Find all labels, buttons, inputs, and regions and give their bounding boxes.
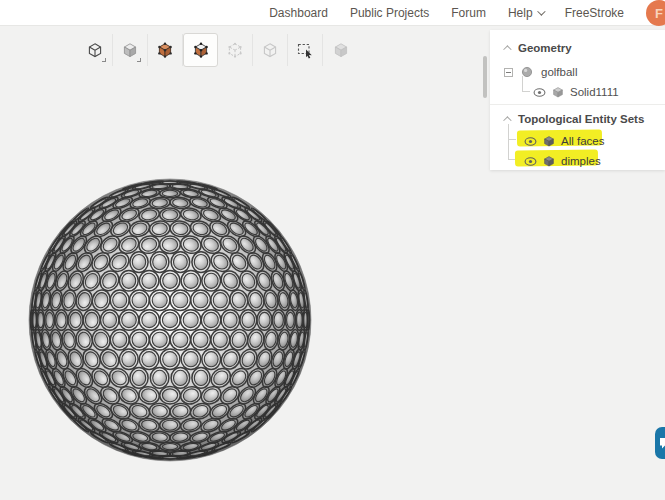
tree-section-topological-entity-sets[interactable]: Topological Entity Sets (490, 109, 665, 129)
toolbar-select-vertices-button[interactable] (253, 34, 288, 66)
nav-help-label: Help (508, 6, 533, 20)
viewport-toolbar (78, 33, 358, 67)
orange-cube-faces-selected-icon (191, 40, 211, 60)
collapse-minus-toggle[interactable] (504, 68, 513, 77)
all-faces-label: All faces (561, 135, 604, 147)
tree-item-solid1111[interactable]: Solid1111 (490, 82, 665, 102)
collapse-chevron-icon[interactable] (503, 45, 511, 53)
disabled-cube-icon (331, 40, 351, 60)
solid-cube-icon (552, 86, 564, 98)
nav-freestroke[interactable]: FreeStroke (565, 6, 624, 20)
shaded-cube-icon (120, 40, 140, 60)
support-chat-button[interactable] (655, 427, 665, 459)
nav-dashboard[interactable]: Dashboard (269, 6, 328, 20)
chevron-down-icon (537, 7, 545, 15)
nav-forum[interactable]: Forum (451, 6, 486, 20)
dropdown-corner-icon (102, 58, 106, 62)
user-avatar[interactable]: F (646, 0, 665, 26)
light-cube-outline-icon (260, 40, 280, 60)
tree-item-dimples[interactable]: dimples (490, 151, 665, 171)
top-nav: Dashboard Public Projects Forum Help Fre… (269, 0, 665, 26)
topological-section-title: Topological Entity Sets (518, 113, 644, 125)
toolbar-select-volumes-button[interactable] (148, 34, 183, 66)
simscale-workbench: Dashboard Public Projects Forum Help Fre… (0, 0, 665, 500)
top-nav-bar: Dashboard Public Projects Forum Help Fre… (0, 0, 665, 26)
avatar-initial: F (655, 6, 663, 21)
iso-cube-outline-icon (85, 40, 105, 60)
scene-tree-panel: Geometry golfball Solid1111 (490, 30, 665, 170)
dashed-cube-vertices-icon (225, 40, 245, 60)
golfball-label: golfball (541, 66, 577, 78)
box-select-cursor-icon (295, 40, 316, 61)
nav-help-menu[interactable]: Help (508, 6, 543, 20)
viewport-3d[interactable] (27, 177, 313, 463)
visibility-eye-icon[interactable] (533, 88, 546, 97)
entity-set-icon (543, 135, 555, 147)
chat-bubble-icon (658, 436, 665, 450)
orange-cube-vertices-icon (155, 40, 175, 60)
toolbar-select-faces-button[interactable] (183, 33, 218, 67)
visibility-eye-icon[interactable] (524, 157, 537, 166)
nav-public-projects[interactable]: Public Projects (350, 6, 429, 20)
toolbar-select-edges-button[interactable] (218, 34, 253, 66)
geometry-sphere-icon (521, 66, 533, 78)
tree-section-geometry[interactable]: Geometry (490, 38, 665, 58)
geometry-section-title: Geometry (518, 42, 572, 54)
toolbar-render-mode-cube-button[interactable] (78, 34, 113, 66)
solid1111-label: Solid1111 (570, 86, 619, 98)
toolbar-invert-selection-button[interactable] (323, 34, 358, 66)
visibility-eye-icon[interactable] (524, 137, 537, 146)
dimples-label: dimples (561, 155, 601, 167)
golfball-model[interactable] (27, 177, 313, 463)
entity-set-icon (543, 155, 555, 167)
collapse-chevron-icon[interactable] (503, 116, 511, 124)
toolbar-shaded-cube-button[interactable] (113, 34, 148, 66)
toolbar-box-select-button[interactable] (288, 34, 323, 66)
dropdown-corner-icon (137, 58, 141, 62)
tree-item-golfball[interactable]: golfball (490, 62, 665, 82)
panel-scrollbar-thumb[interactable] (483, 56, 487, 98)
panel-divider (490, 104, 665, 105)
tree-item-all-faces[interactable]: All faces (490, 131, 665, 151)
